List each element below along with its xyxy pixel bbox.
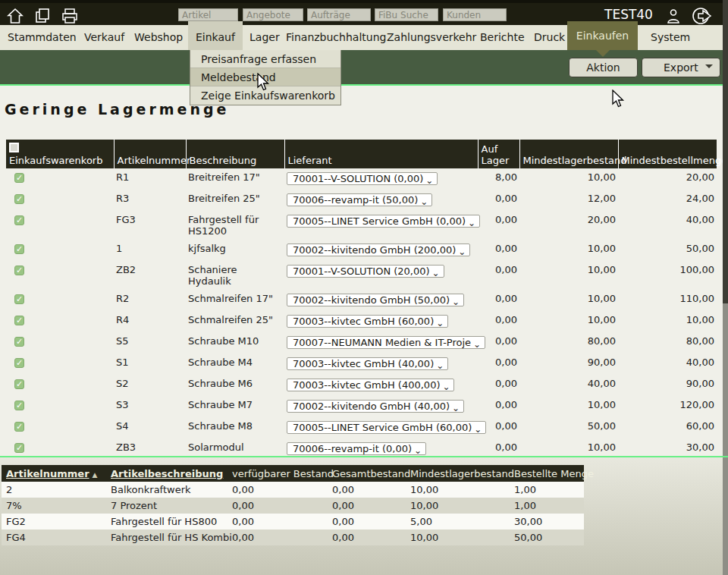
header-artikelbeschreibung-sort[interactable]: Artikelbeschreibung xyxy=(106,465,228,482)
lieferant-select-value: 70003--kivtec GmbH (40,00) xyxy=(293,358,434,369)
mindestlagerbestand-cell: 10,00 xyxy=(406,498,510,514)
header-mindestbestellmenge: Mindestbestellmenge xyxy=(618,140,717,168)
auf-lager-cell: 0,00 xyxy=(478,240,519,261)
menu-berichte[interactable]: Berichte xyxy=(480,25,525,50)
cart-checkbox[interactable]: ✓ xyxy=(14,294,24,304)
lieferant-select[interactable]: 70007--NEUMANN Medien & IT-Proje ⌄ xyxy=(287,336,485,349)
cart-checkbox[interactable]: ✓ xyxy=(14,215,24,225)
menu-verkauf[interactable]: Verkauf xyxy=(84,25,124,50)
menu-system[interactable]: System xyxy=(651,25,690,50)
header-bestellte-menge: Bestellte Menge xyxy=(510,465,584,482)
header-gesamtbestand: Gesamtbestand xyxy=(328,465,406,482)
menu-webshop[interactable]: Webshop xyxy=(134,25,183,50)
cart-checkbox-cell: ✓ xyxy=(6,168,114,190)
header-auf-lager: Auf Lager xyxy=(478,140,519,168)
lieferant-select-value: 70002--kivitendo GmbH (50,00) xyxy=(293,294,450,306)
scrollbar-thumb[interactable] xyxy=(723,0,728,303)
mindestlagerbestand-cell: 80,00 xyxy=(519,332,618,353)
cart-checkbox[interactable]: ✓ xyxy=(14,194,24,204)
cart-checkbox[interactable]: ✓ xyxy=(14,244,24,254)
artikelnummer-cell: R2 xyxy=(114,290,186,311)
accent-divider xyxy=(0,84,728,86)
export-button-label: Export xyxy=(664,61,698,74)
header-verfuegbarer-bestand: verfügbarer Bestand xyxy=(228,465,328,482)
mindestlagerbestand-cell: 20,00 xyxy=(519,211,618,240)
table-row: FG2 Fahrgestell für HS800 0,00 0,00 5,00… xyxy=(2,514,584,529)
table-row: 2 Balkonkraftwerk 0,00 0,00 10,00 1,00 xyxy=(2,482,584,498)
menu-lager[interactable]: Lager xyxy=(249,25,280,50)
bestellte-menge-cell: 50,00 xyxy=(510,529,584,545)
artikelbeschreibung-cell: Fahrgestell für HS Kombi xyxy=(106,529,228,545)
artikelnummer-cell: 7% xyxy=(2,498,106,514)
artikel-search-input[interactable] xyxy=(178,8,238,21)
table-row: FG4 Fahrgestell für HS Kombi 0,00 0,00 1… xyxy=(2,529,584,545)
table-row: ✓ S2 Schraube M6 70003--kivtec GmbH (400… xyxy=(6,375,717,396)
copy-pages-icon[interactable] xyxy=(33,7,52,25)
menu-stammdaten[interactable]: Stammdaten xyxy=(8,25,77,50)
lieferant-select-value: 70001--V-SOLUTION (20,00) xyxy=(293,266,430,277)
cart-checkbox[interactable]: ✓ xyxy=(14,337,24,347)
table-header-row: Einkaufswarenkorb Artikelnummer Beschrei… xyxy=(6,140,717,168)
cart-checkbox[interactable]: ✓ xyxy=(14,316,24,325)
cart-checkbox[interactable]: ✓ xyxy=(14,379,24,389)
lieferant-select-value: 70006--revamp-it (0,00) xyxy=(293,443,412,454)
lieferant-select-value: 70005--LINET Service GmbH (60,00) xyxy=(293,422,472,433)
cart-checkbox[interactable]: ✓ xyxy=(14,173,24,183)
cart-checkbox[interactable]: ✓ xyxy=(14,266,24,275)
table-row: 7% 7 Prozent 0,00 0,00 10,00 1,00 xyxy=(2,498,584,514)
menu-druck[interactable]: Druck xyxy=(534,25,565,50)
lieferant-select[interactable]: 70002--kivitendo GmbH (40,00) ⌄ xyxy=(287,400,464,413)
mindestlagerbestand-cell: 10,00 xyxy=(519,168,618,190)
cart-checkbox[interactable]: ✓ xyxy=(14,401,24,410)
menu-zahlungsverkehr[interactable]: Zahlungsverkehr xyxy=(387,25,476,50)
beschreibung-cell: Breitreifen 25" xyxy=(186,190,284,211)
lieferant-select[interactable]: 70001--V-SOLUTION (20,00) ⌄ xyxy=(287,265,444,278)
lieferant-select[interactable]: 70005--LINET Service GmbH (0,00) ⌄ xyxy=(287,215,480,228)
home-icon[interactable] xyxy=(6,7,24,25)
verfuegbarer-bestand-cell: 0,00 xyxy=(228,514,328,529)
menu-einkauf[interactable]: Einkauf xyxy=(188,21,243,50)
lieferant-select[interactable]: 70003--kivtec GmbH (60,00) ⌄ xyxy=(287,315,448,328)
cart-checkbox-cell: ✓ xyxy=(6,240,114,261)
lieferant-select-value: 70007--NEUMANN Medien & IT-Proje xyxy=(293,337,471,348)
kunden-search-input[interactable] xyxy=(443,8,507,21)
cart-checkbox[interactable]: ✓ xyxy=(14,358,24,368)
lieferant-select[interactable]: 70006--revamp-it (0,00) ⌄ xyxy=(287,442,426,455)
mindestlagerbestand-cell: 10,00 xyxy=(519,290,618,311)
auftraege-search-input[interactable] xyxy=(307,8,371,21)
chevron-down-icon: ⌄ xyxy=(436,316,444,328)
table-row: ✓ 1 kjfsalkg 70002--kivitendo GmbH (200,… xyxy=(6,240,717,261)
header-lieferant: Lieferant xyxy=(284,140,478,168)
logout-icon[interactable] xyxy=(692,6,713,26)
beschreibung-cell: kjfsalkg xyxy=(186,240,284,261)
mindestlagerbestand-cell: 10,00 xyxy=(406,529,510,545)
mindestlagerbestand-cell: 10,00 xyxy=(406,482,510,498)
lieferant-select[interactable]: 70003--kivtec GmbH (400,00) ⌄ xyxy=(287,379,454,391)
vertical-scrollbar[interactable] xyxy=(723,0,728,575)
menu-finanzbuchhaltung[interactable]: Finanzbuchhaltung xyxy=(286,25,386,50)
lieferant-select[interactable]: 70005--LINET Service GmbH (60,00) ⌄ xyxy=(287,421,486,434)
header-artikelnummer-sort[interactable]: Artikelnummer▲ xyxy=(2,465,106,482)
cart-checkbox[interactable]: ✓ xyxy=(14,422,24,432)
menuitem-preisanfrage-erfassen[interactable]: Preisanfrage erfassen xyxy=(190,50,340,68)
cart-checkbox-cell: ✓ xyxy=(6,375,114,396)
artikelnummer-cell: S2 xyxy=(114,375,186,396)
user-icon[interactable] xyxy=(664,7,682,25)
lieferant-cell: 70003--kivtec GmbH (60,00) ⌄ xyxy=(284,311,478,332)
lieferant-select[interactable]: 70002--kivitendo GmbH (50,00) ⌄ xyxy=(287,294,464,306)
lieferant-select[interactable]: 70006--revamp-it (50,00) ⌄ xyxy=(287,193,432,206)
lieferant-select[interactable]: 70002--kivitendo GmbH (200,00) ⌄ xyxy=(287,244,470,256)
lieferant-select[interactable]: 70001--V-SOLUTION (0,00) ⌄ xyxy=(287,172,438,185)
mindestbestellmenge-cell: 100,00 xyxy=(618,261,717,290)
export-button[interactable]: Export xyxy=(642,58,720,77)
beschreibung-cell: Schmalreifen 17" xyxy=(186,290,284,311)
cart-checkbox-cell: ✓ xyxy=(6,396,114,417)
cart-checkbox[interactable]: ✓ xyxy=(14,443,24,453)
lieferant-select-value: 70003--kivtec GmbH (60,00) xyxy=(293,316,434,327)
fibu-search-input[interactable] xyxy=(375,8,438,21)
select-all-checkbox[interactable] xyxy=(9,143,19,152)
lieferant-select[interactable]: 70003--kivtec GmbH (40,00) ⌄ xyxy=(287,357,448,370)
angebote-search-input[interactable] xyxy=(243,8,303,21)
beschreibung-cell: Fahrgestell für HS1200 xyxy=(186,211,284,240)
printer-icon[interactable] xyxy=(61,7,79,25)
